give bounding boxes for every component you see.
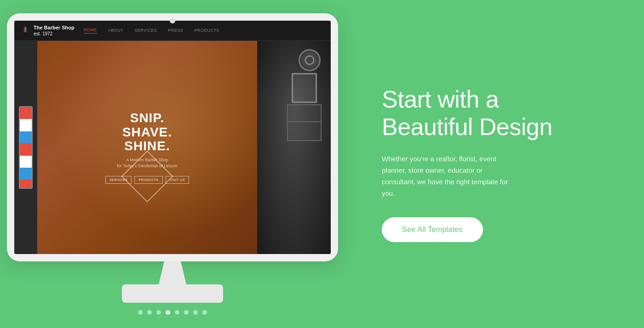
headline-line2: SHAVE. (122, 125, 172, 140)
dot-7[interactable] (193, 310, 198, 315)
nav-home[interactable]: HOME (84, 28, 97, 34)
fan-decoration (299, 49, 321, 71)
monitor-screen: The Barber Shop est. 1972 HOME ABOUT SER… (14, 21, 331, 254)
content-section: Start with a Beautiful Design Whether yo… (345, 58, 644, 270)
barber-pole-decoration (19, 106, 33, 189)
dot-1[interactable] (138, 310, 143, 315)
logo-text: The Barber Shop est. 1972 (34, 24, 75, 37)
section-description: Whether you're a realtor, florist, event… (382, 153, 511, 199)
mirror-decoration (292, 73, 317, 103)
title-line2: Beautiful Design (382, 113, 552, 140)
cabinet-decoration (287, 104, 322, 141)
monitor-section: The Barber Shop est. 1972 HOME ABOUT SER… (0, 0, 345, 328)
section-title: Start with a Beautiful Design (382, 86, 607, 141)
brand-subtitle: est. 1972 (34, 31, 75, 37)
website-content: SNIP. SHAVE. SHINE. A Modern Barber Shop… (14, 41, 331, 254)
site-logo: The Barber Shop est. 1972 (20, 24, 75, 37)
dot-8[interactable] (202, 310, 207, 315)
headline-line1: SNIP. (122, 111, 172, 125)
hero-buttons-group: SERVICES PRODUCTS VISIT US (105, 176, 189, 184)
visit-us-button[interactable]: VISIT US (166, 176, 189, 184)
cabinet-shelf (288, 121, 321, 122)
fan-center (305, 56, 314, 65)
monitor-power-button (170, 18, 175, 23)
products-button[interactable]: PRODUCTS (134, 176, 162, 184)
browser-navbar: The Barber Shop est. 1972 HOME ABOUT SER… (14, 21, 331, 41)
site-main-area: SNIP. SHAVE. SHINE. A Modern Barber Shop… (37, 41, 331, 254)
monitor-frame: The Barber Shop est. 1972 HOME ABOUT SER… (7, 13, 338, 261)
hero-subtext: A Modern Barber Shop for Today's Gentlem… (117, 157, 178, 169)
stand-base (122, 284, 223, 303)
services-button[interactable]: SERVICES (105, 176, 132, 184)
nav-services[interactable]: SERVICES (134, 28, 157, 34)
hero-right-panel (257, 41, 331, 254)
title-line1: Start with a (382, 86, 499, 113)
nav-press[interactable]: PRESS (168, 28, 184, 34)
subtext-line2: for Today's Gentleman of Leisure (117, 163, 178, 169)
dot-3[interactable] (156, 310, 161, 315)
brand-name: The Barber Shop (34, 24, 75, 31)
subtext-line1: A Modern Barber Shop (117, 157, 178, 163)
monitor-stand (122, 261, 223, 303)
hero-left-panel: SNIP. SHAVE. SHINE. A Modern Barber Shop… (37, 41, 257, 254)
hero-headline: SNIP. SHAVE. SHINE. (122, 111, 172, 153)
nav-products[interactable]: PRODUCTS (195, 28, 220, 34)
hero-section: SNIP. SHAVE. SHINE. A Modern Barber Shop… (37, 41, 331, 254)
site-navigation: HOME ABOUT SERVICES PRESS PRODUCTS (84, 28, 219, 34)
headline-line3: SHINE. (122, 139, 172, 153)
nav-about[interactable]: ABOUT (108, 28, 124, 34)
dot-4[interactable] (166, 310, 170, 315)
hero-right-inner (257, 41, 331, 254)
dot-6[interactable] (184, 310, 189, 315)
dot-5[interactable] (175, 310, 179, 315)
dot-2[interactable] (147, 310, 152, 315)
site-sidebar (14, 41, 37, 254)
logo-icon (20, 25, 31, 36)
stand-neck (159, 261, 186, 284)
slide-indicators (138, 310, 207, 315)
see-all-templates-button[interactable]: See All Templates (382, 217, 483, 242)
